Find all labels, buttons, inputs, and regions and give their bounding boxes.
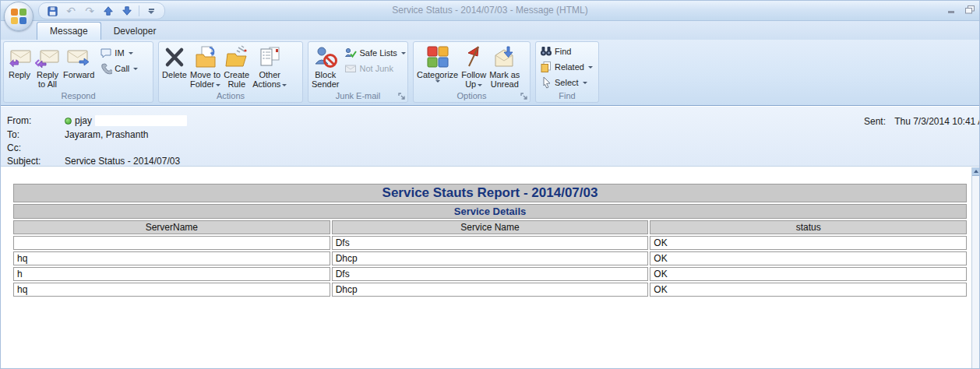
- forward-icon: [66, 44, 91, 69]
- status-cell: OK: [650, 251, 967, 265]
- table-section-row: Service Details: [13, 204, 967, 219]
- call-icon: [100, 62, 112, 75]
- move-to-folder-icon: [193, 44, 218, 69]
- sent-label: Sent:: [864, 116, 886, 127]
- create-rule-button[interactable]: Create Rule: [222, 44, 251, 89]
- from-label: From:: [7, 115, 65, 126]
- subject-label: Subject:: [7, 156, 65, 167]
- categorize-button[interactable]: Categorize: [415, 44, 460, 83]
- window-controls: [945, 4, 976, 15]
- group-respond: Reply Reply to All Forward IM: [3, 41, 153, 103]
- block-sender-button[interactable]: Block Sender: [310, 44, 340, 89]
- ribbon: Reply Reply to All Forward IM: [1, 40, 979, 106]
- group-options: Categorize Follow Up Mark as Unread: [413, 41, 531, 103]
- tab-message[interactable]: Message: [37, 22, 101, 40]
- from-row: From: pjay: [7, 115, 187, 126]
- service-cell: Dhcp: [332, 251, 649, 265]
- table-row: hq Dhcp OK: [13, 251, 967, 265]
- group-label-junk: Junk E-mail: [308, 90, 407, 102]
- options-dialog-launcher-icon[interactable]: [520, 92, 528, 100]
- categorize-icon: [425, 44, 450, 69]
- table-header-row: ServerName Service Name status: [13, 220, 967, 234]
- select-icon: [540, 76, 552, 89]
- select-button[interactable]: Select: [538, 75, 590, 90]
- table-row: h Dfs OK: [13, 267, 967, 281]
- table-row: hq Dhcp OK: [13, 283, 967, 297]
- delete-button[interactable]: Delete: [160, 44, 189, 79]
- service-cell: Dfs: [332, 236, 649, 250]
- dropdown-arrow-icon: [401, 52, 406, 54]
- other-actions-button[interactable]: Other Actions: [251, 44, 288, 89]
- service-cell: Dfs: [332, 267, 649, 281]
- follow-up-icon: [461, 44, 486, 69]
- move-to-folder-button[interactable]: Move to Folder: [189, 44, 222, 89]
- safe-lists-button[interactable]: Safe Lists: [342, 45, 407, 61]
- delete-icon: [162, 44, 187, 69]
- redaction-block: [95, 115, 187, 126]
- reply-button[interactable]: Reply: [5, 44, 33, 79]
- mark-as-unread-button[interactable]: Mark as Unread: [488, 44, 521, 89]
- report-section-title: Service Details: [13, 204, 967, 219]
- scroll-up-icon[interactable]: [972, 167, 979, 176]
- to-row: To: Jayaram, Prashanth: [7, 129, 148, 140]
- table-row: Dfs OK: [13, 236, 967, 250]
- presence-online-icon: [65, 118, 72, 125]
- col-header-servername: ServerName: [13, 220, 330, 234]
- status-cell: OK: [650, 283, 967, 297]
- dropdown-arrow-icon: [588, 66, 593, 69]
- ribbon-tab-strip: Message Developer: [1, 21, 979, 40]
- server-cell: hq: [13, 251, 330, 265]
- call-button[interactable]: Call: [97, 61, 140, 76]
- find-icon: [540, 45, 552, 58]
- service-cell: Dhcp: [332, 283, 649, 297]
- related-icon: [540, 61, 552, 73]
- junk-dialog-launcher-icon[interactable]: [397, 92, 406, 100]
- status-cell: OK: [650, 236, 967, 250]
- tab-developer[interactable]: Developer: [101, 23, 169, 40]
- message-body: Service Stauts Report - 2014/07/03 Servi…: [1, 167, 979, 368]
- from-value[interactable]: pjay: [75, 115, 92, 126]
- cc-label: Cc:: [7, 142, 65, 153]
- window-title: Service Status - 2014/07/03 - Message (H…: [1, 5, 979, 16]
- group-junk-email: Block Sender Safe Lists Not Junk: [308, 41, 408, 103]
- related-button[interactable]: Related: [538, 59, 595, 75]
- minimize-icon[interactable]: [945, 4, 957, 15]
- server-cell: h: [13, 267, 330, 281]
- vertical-scrollbar[interactable]: [971, 167, 979, 368]
- office-button[interactable]: [4, 2, 33, 31]
- other-actions-icon: [257, 44, 282, 69]
- dropdown-arrow-icon: [478, 84, 482, 86]
- service-status-table: Service Stauts Report - 2014/07/03 Servi…: [12, 182, 968, 298]
- follow-up-button[interactable]: Follow Up: [460, 44, 488, 89]
- dropdown-arrow-icon: [129, 52, 133, 54]
- dropdown-arrow-icon: [216, 84, 220, 86]
- group-label-actions: Actions: [159, 90, 302, 102]
- table-title-row: Service Stauts Report - 2014/07/03: [13, 184, 967, 202]
- restore-icon[interactable]: [964, 4, 976, 15]
- im-button[interactable]: IM: [97, 45, 140, 61]
- sent-row: Sent: Thu 7/3/2014 10:41 A: [864, 116, 980, 127]
- forward-button[interactable]: Forward: [62, 44, 96, 79]
- group-actions: Delete Move to Folder Create Rule O: [158, 41, 303, 103]
- cc-row: Cc:: [7, 142, 65, 153]
- status-cell: OK: [650, 267, 967, 281]
- col-header-status: status: [650, 220, 967, 234]
- message-header-pane: From: pjay To: Jayaram, Prashanth Cc: Su…: [1, 107, 979, 167]
- sent-value: Thu 7/3/2014 10:41 A: [894, 116, 980, 127]
- group-label-find: Find: [536, 90, 598, 102]
- not-junk-icon: [344, 62, 357, 75]
- group-label-options: Options: [414, 90, 530, 102]
- group-find: Find Related Select Find: [535, 41, 599, 103]
- to-value[interactable]: Jayaram, Prashanth: [65, 129, 148, 140]
- message-window: ↶ ↷ Service Status - 2014/07/03 - Messag…: [0, 0, 980, 369]
- dropdown-arrow-icon: [282, 84, 287, 86]
- dropdown-arrow-icon: [583, 82, 587, 84]
- report-title: Service Stauts Report - 2014/07/03: [13, 184, 967, 202]
- dropdown-arrow-icon: [133, 68, 138, 70]
- create-rule-icon: [224, 44, 249, 69]
- reply-all-icon: [35, 44, 60, 69]
- reply-to-all-button[interactable]: Reply to All: [33, 44, 62, 89]
- safe-lists-icon: [344, 47, 357, 59]
- reply-icon: [7, 44, 32, 69]
- find-button[interactable]: Find: [538, 44, 573, 59]
